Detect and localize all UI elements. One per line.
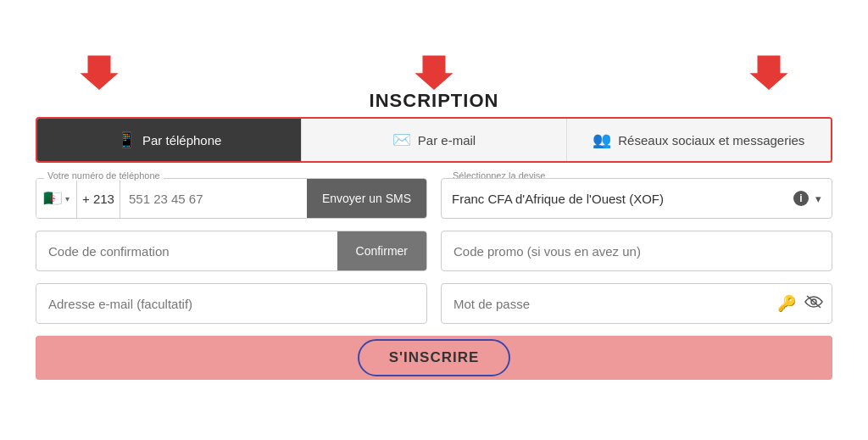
email-input[interactable] — [36, 283, 427, 324]
toggle-password-icon[interactable] — [804, 295, 823, 313]
flag-selector[interactable]: 🇩🇿 ▾ — [36, 179, 77, 218]
devise-value: Franc CFA d'Afrique de l'Ouest (XOF) — [452, 192, 793, 206]
flag-chevron-icon: ▾ — [65, 194, 70, 203]
page-title: INSCRIPTION — [370, 90, 499, 112]
center-arrow — [413, 52, 455, 90]
tab-social[interactable]: 👥 Réseaux sociaux et messageries — [567, 119, 831, 161]
info-icon[interactable]: i — [793, 191, 809, 206]
right-arrow — [748, 52, 790, 93]
tab-email-label: Par e-mail — [418, 133, 476, 148]
social-icon: 👥 — [593, 131, 611, 149]
phone-prefix: + 213 — [77, 179, 120, 218]
svg-marker-0 — [81, 56, 119, 91]
email-tab-icon: ✉️ — [392, 131, 411, 149]
svg-marker-2 — [750, 56, 788, 91]
promo-code-input[interactable] — [441, 231, 832, 271]
confirm-button[interactable]: Confirmer — [337, 231, 426, 270]
password-group: 🔑 — [441, 283, 832, 324]
password-input[interactable] — [442, 297, 769, 311]
confirmation-code-input[interactable] — [36, 244, 337, 259]
tab-bar: 📱 Par téléphone ✉️ Par e-mail 👥 Réseaux … — [36, 117, 832, 163]
password-icons: 🔑 — [769, 294, 832, 313]
tab-email[interactable]: ✉️ Par e-mail — [302, 119, 566, 161]
devise-selector[interactable]: Franc CFA d'Afrique de l'Ouest (XOF) i ▾ — [441, 178, 832, 219]
tab-social-label: Réseaux sociaux et messageries — [618, 133, 804, 148]
confirmation-code-group: Confirmer — [36, 231, 427, 271]
svg-marker-1 — [415, 56, 453, 91]
devise-chevron-icon: ▾ — [815, 192, 821, 205]
tab-phone[interactable]: 📱 Par téléphone — [37, 119, 302, 161]
phone-number-input[interactable] — [120, 192, 307, 206]
submit-button[interactable]: S'INSCRIRE — [36, 336, 832, 380]
submit-row: S'INSCRIRE — [36, 336, 832, 380]
phone-icon: 📱 — [117, 131, 136, 149]
key-icon: 🔑 — [777, 294, 796, 313]
send-sms-button[interactable]: Envoyer un SMS — [307, 179, 426, 218]
left-arrow — [78, 52, 120, 93]
phone-input-group: 🇩🇿 ▾ + 213 Envoyer un SMS — [36, 178, 427, 219]
devise-icons: i ▾ — [793, 191, 821, 206]
phone-field-label: Votre numéro de téléphone — [44, 170, 164, 181]
main-container: INSCRIPTION 📱 Par téléphone ✉️ Par e-mai… — [19, 43, 849, 397]
title-section: INSCRIPTION — [370, 52, 499, 112]
flag-emoji: 🇩🇿 — [43, 189, 62, 208]
tab-phone-label: Par téléphone — [142, 133, 221, 148]
